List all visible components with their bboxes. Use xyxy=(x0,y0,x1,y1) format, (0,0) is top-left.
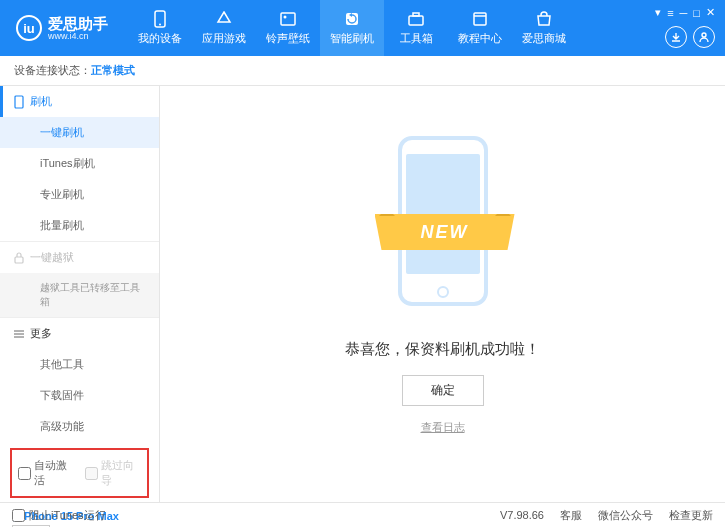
footer-support[interactable]: 客服 xyxy=(560,508,582,523)
sidebar-item-advanced[interactable]: 高级功能 xyxy=(0,411,159,442)
nav-apps[interactable]: 应用游戏 xyxy=(192,0,256,56)
svg-rect-2 xyxy=(281,13,295,25)
svg-rect-5 xyxy=(409,16,423,25)
phone-icon xyxy=(151,10,169,28)
sidebar: 刷机 一键刷机 iTunes刷机 专业刷机 批量刷机 一键越狱 越狱工具已转移至… xyxy=(0,86,160,502)
minimize-icon[interactable]: ─ xyxy=(680,7,688,19)
sidebar-item-pro[interactable]: 专业刷机 xyxy=(0,179,159,210)
new-banner: NEW xyxy=(375,214,515,250)
sidebar-flash-header[interactable]: 刷机 xyxy=(0,86,159,117)
auto-activate-checkbox[interactable]: 自动激活 xyxy=(18,458,75,488)
list-icon xyxy=(14,329,24,339)
logo: iu 爱思助手 www.i4.cn xyxy=(10,15,108,41)
nav-ringtones[interactable]: 铃声壁纸 xyxy=(256,0,320,56)
ok-button[interactable]: 确定 xyxy=(402,375,484,406)
window-controls: ▾ ≡ ─ □ ✕ xyxy=(655,6,715,19)
nav-my-device[interactable]: 我的设备 xyxy=(128,0,192,56)
sidebar-item-onekey[interactable]: 一键刷机 xyxy=(0,117,159,148)
svg-point-3 xyxy=(284,16,287,19)
main-content: NEW 恭喜您，保资料刷机成功啦！ 确定 查看日志 xyxy=(160,86,725,502)
app-header: iu 爱思助手 www.i4.cn 我的设备 应用游戏 铃声壁纸 智能刷机 工具… xyxy=(0,0,725,56)
app-title: 爱思助手 xyxy=(48,16,108,31)
view-log-link[interactable]: 查看日志 xyxy=(421,420,465,435)
download-button[interactable] xyxy=(665,26,687,48)
block-itunes-checkbox[interactable]: 阻止iTunes运行 xyxy=(12,508,106,523)
svg-point-1 xyxy=(159,24,161,26)
version-label: V7.98.66 xyxy=(500,509,544,521)
nav-tutorials[interactable]: 教程中心 xyxy=(448,0,512,56)
sidebar-item-itunes[interactable]: iTunes刷机 xyxy=(0,148,159,179)
apps-icon xyxy=(215,10,233,28)
nav-toolbox[interactable]: 工具箱 xyxy=(384,0,448,56)
skip-setup-checkbox[interactable]: 跳过向导 xyxy=(85,458,142,488)
lock-icon xyxy=(14,252,24,264)
status-mode: 正常模式 xyxy=(91,63,135,78)
sidebar-jailbreak-header: 一键越狱 xyxy=(0,242,159,273)
svg-rect-11 xyxy=(15,257,23,263)
sidebar-item-download-fw[interactable]: 下载固件 xyxy=(0,380,159,411)
footer-update[interactable]: 检查更新 xyxy=(669,508,713,523)
nav-flash[interactable]: 智能刷机 xyxy=(320,0,384,56)
book-icon xyxy=(471,10,489,28)
status-label: 设备连接状态： xyxy=(14,63,91,78)
success-message: 恭喜您，保资料刷机成功啦！ xyxy=(345,340,540,359)
menu-icon[interactable]: ▾ xyxy=(655,6,661,19)
sidebar-more-header[interactable]: 更多 xyxy=(0,318,159,349)
status-bar: 设备连接状态： 正常模式 xyxy=(0,56,725,86)
sidebar-jailbreak-note: 越狱工具已转移至工具箱 xyxy=(0,273,159,317)
footer-wechat[interactable]: 微信公众号 xyxy=(598,508,653,523)
top-nav: 我的设备 应用游戏 铃声壁纸 智能刷机 工具箱 教程中心 爱思商城 xyxy=(128,0,576,56)
svg-point-9 xyxy=(702,33,706,37)
app-subtitle: www.i4.cn xyxy=(48,31,108,41)
phone-illustration: NEW xyxy=(383,126,503,316)
logo-icon: iu xyxy=(16,15,42,41)
phone-small-icon xyxy=(14,95,24,109)
activation-options: 自动激活 跳过向导 xyxy=(10,448,149,498)
maximize-icon[interactable]: □ xyxy=(693,7,700,19)
user-button[interactable] xyxy=(693,26,715,48)
nav-shop[interactable]: 爱思商城 xyxy=(512,0,576,56)
sidebar-item-othertools[interactable]: 其他工具 xyxy=(0,349,159,380)
image-icon xyxy=(279,10,297,28)
shop-icon xyxy=(535,10,553,28)
svg-rect-10 xyxy=(15,96,23,108)
svg-rect-6 xyxy=(413,13,419,16)
settings-icon[interactable]: ≡ xyxy=(667,7,673,19)
close-icon[interactable]: ✕ xyxy=(706,6,715,19)
refresh-icon xyxy=(343,10,361,28)
toolbox-icon xyxy=(407,10,425,28)
svg-rect-7 xyxy=(474,13,486,25)
sidebar-item-batch[interactable]: 批量刷机 xyxy=(0,210,159,241)
